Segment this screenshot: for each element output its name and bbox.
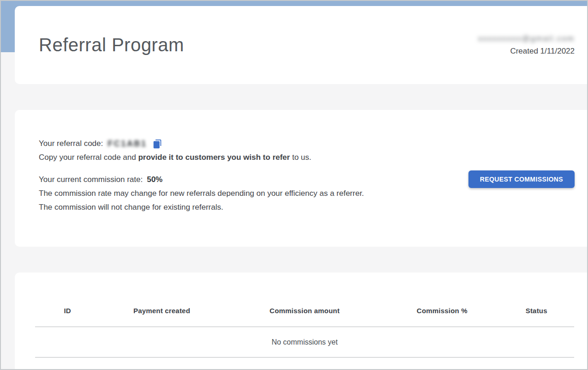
app-window: Referral Program xxxxxxxxx@gmail.com Cre… — [0, 0, 588, 370]
commissions-card: ID Payment created Commission amount Com… — [15, 273, 587, 370]
commissions-table: ID Payment created Commission amount Com… — [35, 273, 574, 358]
account-email-obscured: xxxxxxxxx@gmail.com — [478, 34, 575, 43]
page-content: Referral Program xxxxxxxxx@gmail.com Cre… — [15, 1, 587, 370]
referral-code-value: FC1AB1 — [108, 137, 147, 151]
table-header-row: ID Payment created Commission amount Com… — [35, 273, 574, 327]
column-header-payment-created: Payment created — [100, 273, 224, 327]
copy-instruction: Copy your referral code and provide it t… — [39, 151, 467, 164]
column-header-status: Status — [498, 273, 574, 327]
copy-instruction-bold: provide it to customers you wish to refe… — [138, 153, 290, 162]
empty-state-message: No commissions yet — [35, 327, 574, 358]
account-info: xxxxxxxxx@gmail.com Created 1/11/2022 — [478, 34, 575, 56]
copy-icon[interactable] — [152, 139, 162, 149]
header-card: Referral Program xxxxxxxxx@gmail.com Cre… — [15, 6, 587, 84]
commission-rate-note: The commission rate may change for new r… — [39, 187, 366, 214]
column-header-commission-percent: Commission % — [385, 273, 498, 327]
copy-instruction-prefix: Copy your referral code and — [39, 153, 138, 162]
commission-rate-label: Your current commission rate: — [39, 175, 143, 184]
commission-rate-block: Your current commission rate:50% The com… — [39, 173, 366, 214]
page-title: Referral Program — [39, 35, 184, 55]
referral-card: Your referral code: FC1AB1 Copy your ref… — [15, 110, 587, 247]
referral-code-line: Your referral code: FC1AB1 — [39, 137, 467, 151]
commission-rate-line: Your current commission rate:50% — [39, 173, 366, 187]
commission-rate-value: 50% — [147, 175, 162, 184]
column-header-commission-amount: Commission amount — [224, 273, 385, 327]
column-header-id: ID — [35, 273, 100, 327]
request-commissions-button[interactable]: REQUEST COMMISSIONS — [468, 170, 575, 188]
account-created-date: Created 1/11/2022 — [478, 47, 575, 56]
copy-instruction-suffix: to us. — [290, 153, 311, 162]
empty-state-row: No commissions yet — [35, 327, 574, 358]
referral-code-label: Your referral code: — [39, 137, 103, 151]
